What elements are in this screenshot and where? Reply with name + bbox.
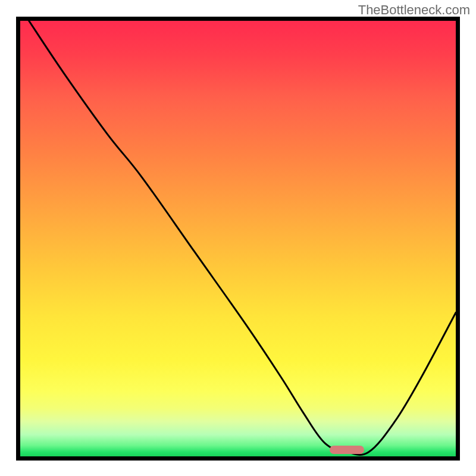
bottleneck-curve-path <box>29 21 456 455</box>
watermark-text: TheBottleneck.com <box>358 2 470 18</box>
curve-svg <box>20 21 456 456</box>
chart-container: TheBottleneck.com <box>0 0 476 476</box>
optimal-marker <box>330 446 365 454</box>
plot-frame <box>16 17 460 461</box>
